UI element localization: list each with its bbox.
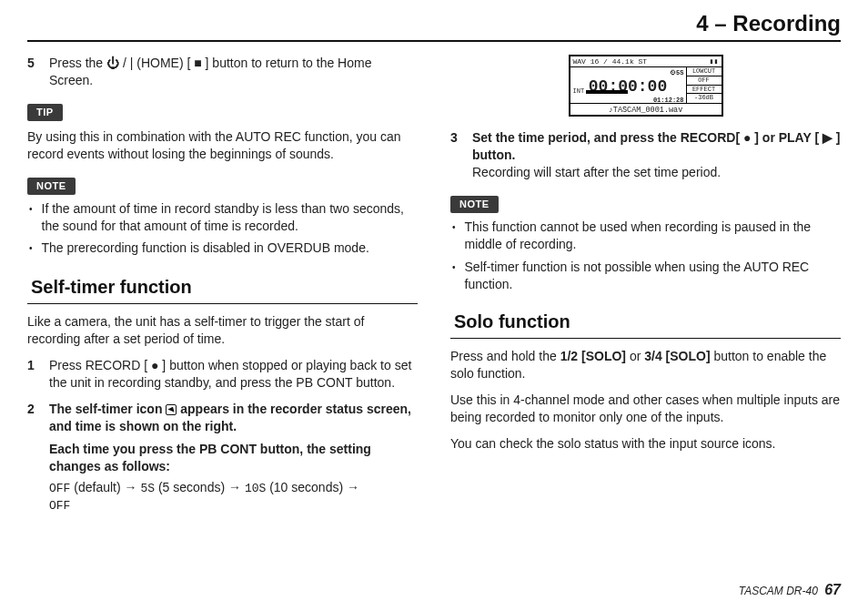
note-list: If the amount of time in record standby …	[27, 200, 418, 259]
lcd-side-item: -36dB	[687, 94, 722, 103]
right-column: WAV 16 / 44.1k ST ▮▮ ⏲5S 00:00:00 01:12:…	[450, 55, 841, 523]
lcd-side-item: LOWCUT	[687, 67, 722, 76]
page-footer: TASCAM DR-40 67	[739, 580, 841, 600]
note-item: If the amount of time in record standby …	[42, 200, 418, 235]
note-item: Self-timer function is not possible when…	[465, 259, 841, 293]
lcd-side-item: EFFECT	[687, 86, 722, 95]
note-badge: NOTE	[450, 196, 499, 213]
lcd-screenshot: WAV 16 / 44.1k ST ▮▮ ⏲5S 00:00:00 01:12:…	[450, 55, 841, 117]
note-item: This function cannot be used when record…	[465, 219, 841, 253]
selftimer-heading: Self-timer function	[27, 272, 418, 304]
chapter-title: 4 – Recording	[27, 9, 841, 38]
solo-p1-c: or	[626, 349, 644, 363]
step-number: 2	[27, 401, 40, 514]
step-text-c: Each time you press the PB CONT button, …	[49, 441, 418, 475]
lcd-side-item: OFF	[687, 76, 722, 86]
step-number: 3	[450, 129, 463, 181]
step-1: 1 Press RECORD [ ● ] button when stopped…	[27, 357, 418, 392]
note-item: The prerecording function is disabled in…	[42, 239, 369, 258]
timer-sequence: OFF (default) → 5S (5 seconds) → 10S (10…	[49, 479, 418, 514]
step-text-bold: Set the time period, and press the RECOR…	[472, 129, 841, 164]
step-text-plain: Recording will start after the set time …	[472, 164, 841, 181]
seq-5s: 5S	[140, 482, 155, 495]
step-body: The self-timer icon appears in the recor…	[49, 401, 418, 514]
tip-badge: TIP	[27, 104, 63, 121]
seq-hint: (default) →	[70, 480, 140, 494]
selftimer-icon	[166, 404, 177, 415]
footer-pagenum: 67	[824, 582, 841, 597]
seq-off: OFF	[49, 499, 70, 513]
solo-btn-12: 1/2 [SOLO]	[560, 349, 626, 363]
lcd-meter-icon	[586, 90, 628, 94]
lcd-filename: ♪TASCAM_0001.wav	[570, 103, 722, 116]
solo-btn-34: 3/4 [SOLO]	[644, 349, 710, 363]
page-header: 4 – Recording	[27, 9, 841, 42]
step-number: 1	[27, 357, 40, 392]
lcd-clock: 01:12:28	[653, 97, 684, 104]
seq-off: OFF	[49, 482, 70, 495]
lcd-timer-badge: ⏲5S	[670, 69, 683, 76]
note-list: This function cannot be used when record…	[450, 219, 841, 293]
step-2: 2 The self-timer icon appears in the rec…	[27, 401, 418, 514]
step-3: 3 Set the time period, and press the REC…	[450, 129, 841, 181]
solo-heading: Solo function	[450, 307, 841, 339]
step-number: 5	[27, 55, 40, 89]
step-body: Set the time period, and press the RECOR…	[472, 129, 841, 181]
note-badge: NOTE	[27, 178, 76, 195]
step-text: Press the ⏻ / | (HOME) [ ■ ] button to r…	[49, 55, 418, 89]
solo-p2: Use this in 4-channel mode and other cas…	[450, 392, 841, 426]
solo-p1-a: Press and hold the	[450, 349, 560, 363]
left-column: 5 Press the ⏻ / | (HOME) [ ■ ] button to…	[27, 55, 418, 523]
selftimer-intro: Like a camera, the unit has a self-timer…	[27, 313, 418, 348]
step-text: Press RECORD [ ● ] button when stopped o…	[49, 357, 418, 392]
lcd-int-label: INT	[573, 87, 585, 96]
seq-hint: (5 seconds) →	[155, 480, 245, 494]
seq-10s: 10S	[245, 482, 266, 495]
seq-hint: (10 seconds) →	[266, 480, 359, 494]
solo-p1: Press and hold the 1/2 [SOLO] or 3/4 [SO…	[450, 348, 841, 382]
footer-model: TASCAM DR-40	[739, 585, 818, 597]
tip-text: By using this in combination with the AU…	[27, 128, 418, 163]
lcd-format: WAV 16 / 44.1k ST	[573, 56, 648, 66]
solo-p3: You can check the solo status with the i…	[450, 435, 841, 453]
lcd-battery-icon: ▮▮	[710, 56, 719, 66]
step-5: 5 Press the ⏻ / | (HOME) [ ■ ] button to…	[27, 55, 418, 89]
step-text-a: The self-timer icon	[49, 402, 166, 416]
